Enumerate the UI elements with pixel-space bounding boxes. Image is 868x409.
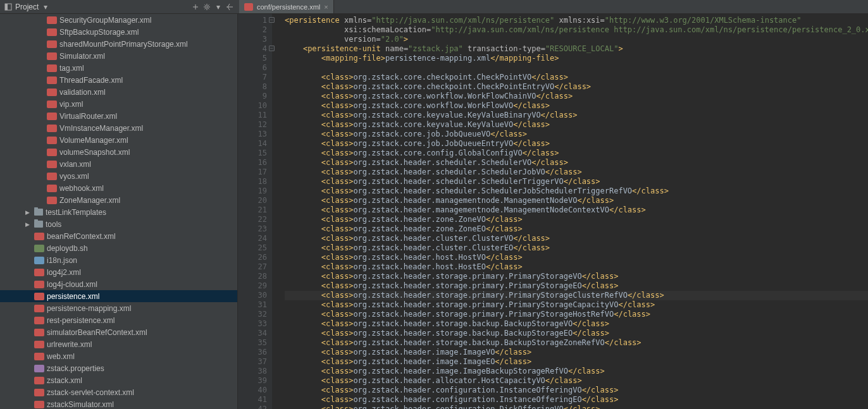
tree-item[interactable]: persistence.xml bbox=[0, 290, 237, 302]
tree-item[interactable]: rest-persistence.xml bbox=[0, 314, 237, 326]
tree-item[interactable]: zstack-servlet-context.xml bbox=[0, 386, 237, 398]
project-tree[interactable]: SecurityGroupManager.xmlSftpBackupStorag… bbox=[0, 14, 238, 409]
tree-item[interactable]: beanRefContext.xml bbox=[0, 230, 237, 242]
tree-item[interactable]: tag.xml bbox=[0, 62, 237, 74]
xml-file-icon bbox=[47, 76, 57, 84]
xml-file-icon bbox=[34, 233, 44, 240]
line-number: 8 bbox=[240, 82, 267, 92]
file-name: simulatorBeanRefContext.xml bbox=[47, 328, 147, 337]
tree-item[interactable]: vyos.xml bbox=[0, 170, 237, 182]
tree-item[interactable]: VmInstanceManager.xml bbox=[0, 122, 237, 134]
code-line: <class>org.zstack.core.keyvalue.KeyValue… bbox=[285, 111, 868, 120]
line-number: 16 bbox=[240, 158, 267, 168]
tree-item[interactable]: log4j2.xml bbox=[0, 266, 237, 278]
file-name: SftpBackupStorage.xml bbox=[59, 28, 139, 37]
tree-item[interactable]: sharedMountPointPrimaryStorage.xml bbox=[0, 38, 237, 50]
tab-label: conf/persistence.xml bbox=[257, 3, 320, 11]
tree-item[interactable]: volumeSnapshot.xml bbox=[0, 146, 237, 158]
collapse-icon[interactable] bbox=[191, 3, 200, 11]
tree-item[interactable]: ▶testLinkTemplates bbox=[0, 206, 237, 218]
file-name: VirtualRouter.xml bbox=[59, 112, 117, 121]
tree-item[interactable]: webhook.xml bbox=[0, 182, 237, 194]
xml-file-icon bbox=[34, 281, 44, 288]
tree-item[interactable]: persistence-mapping.xml bbox=[0, 302, 237, 314]
tree-item[interactable]: zstack.xml bbox=[0, 374, 237, 386]
xml-file-icon bbox=[47, 113, 57, 120]
expand-icon[interactable]: ▶ bbox=[25, 221, 32, 228]
xml-file-icon bbox=[47, 197, 57, 204]
dropdown2-icon[interactable]: ▾ bbox=[214, 3, 223, 11]
xml-file-icon bbox=[47, 64, 57, 72]
project-tool-header: Project ▾ ▾ bbox=[0, 0, 238, 13]
tree-item[interactable]: deploydb.sh bbox=[0, 242, 237, 254]
code-area[interactable]: <persistence xmlns="http://java.sun.com/… bbox=[272, 14, 868, 409]
line-number: 25 bbox=[240, 243, 267, 253]
tree-item[interactable]: web.xml bbox=[0, 350, 237, 362]
line-number: 15 bbox=[240, 149, 267, 158]
xml-file-icon bbox=[47, 101, 57, 108]
code-line: <class>org.zstack.header.configuration.I… bbox=[285, 395, 868, 405]
line-number: 10 bbox=[240, 101, 267, 111]
fold-icon[interactable]: − bbox=[269, 46, 275, 51]
hide-icon[interactable] bbox=[225, 3, 234, 11]
file-name: urlrewrite.xml bbox=[47, 340, 92, 349]
line-number: 17 bbox=[240, 168, 267, 177]
file-name: zstackSimulator.xml bbox=[47, 400, 114, 409]
tree-item[interactable]: VirtualRouter.xml bbox=[0, 110, 237, 122]
code-line: <class>org.zstack.header.host.HostVO</cl… bbox=[285, 253, 868, 262]
tree-item[interactable]: zstack.properties bbox=[0, 362, 237, 374]
fold-icon[interactable]: − bbox=[269, 17, 275, 23]
xml-file-icon bbox=[34, 377, 44, 384]
line-number: 32 bbox=[240, 310, 267, 319]
code-line: <class>org.zstack.header.storage.primary… bbox=[285, 291, 868, 300]
code-line: <class>org.zstack.core.workflow.WorkFlow… bbox=[285, 101, 868, 111]
gear-icon[interactable] bbox=[202, 3, 211, 11]
svg-rect-1 bbox=[5, 4, 8, 10]
file-name: deploydb.sh bbox=[47, 244, 88, 253]
expand-icon[interactable]: ▶ bbox=[25, 209, 32, 216]
tree-item[interactable]: VolumeManager.xml bbox=[0, 134, 237, 146]
line-number: 31 bbox=[240, 300, 267, 310]
tree-item[interactable]: simulatorBeanRefContext.xml bbox=[0, 326, 237, 338]
file-name: persistence-mapping.xml bbox=[47, 304, 131, 313]
tree-item[interactable]: vxlan.xml bbox=[0, 158, 237, 170]
tree-item[interactable]: ThreadFacade.xml bbox=[0, 74, 237, 86]
code-line: <class>org.zstack.header.cluster.Cluster… bbox=[285, 234, 868, 243]
code-editor[interactable]: 1−234−5678910111213141516171819202122232… bbox=[238, 14, 868, 409]
xml-file-icon bbox=[34, 341, 44, 348]
tree-item[interactable]: Simulator.xml bbox=[0, 50, 237, 62]
line-number: 18 bbox=[240, 177, 267, 186]
file-name: SecurityGroupManager.xml bbox=[59, 16, 151, 25]
xml-file-icon bbox=[34, 401, 44, 408]
tree-item[interactable]: SftpBackupStorage.xml bbox=[0, 26, 237, 38]
tab-persistence-xml[interactable]: conf/persistence.xml × bbox=[239, 0, 334, 13]
line-number: 5 bbox=[240, 54, 267, 63]
line-number: 22 bbox=[240, 215, 267, 224]
line-number: 36 bbox=[240, 348, 267, 357]
xml-file-icon bbox=[34, 353, 44, 360]
xml-file-icon bbox=[47, 16, 57, 24]
file-name: sharedMountPointPrimaryStorage.xml bbox=[59, 40, 188, 49]
file-name: ZoneManager.xml bbox=[59, 196, 120, 205]
file-name: beanRefContext.xml bbox=[47, 232, 116, 241]
code-line: xsi:schemaLocation="http://java.sun.com/… bbox=[285, 25, 868, 35]
tree-item[interactable]: ▶tools bbox=[0, 218, 237, 230]
tree-item[interactable]: ZoneManager.xml bbox=[0, 194, 237, 206]
line-number: 41 bbox=[240, 395, 267, 405]
tree-item[interactable]: validation.xml bbox=[0, 86, 237, 98]
code-line: <class>org.zstack.header.configuration.D… bbox=[285, 405, 868, 409]
close-icon[interactable]: × bbox=[324, 3, 328, 11]
line-number: 14 bbox=[240, 139, 267, 149]
code-line: <class>org.zstack.core.job.JobQueueVO</c… bbox=[285, 130, 868, 139]
line-number: 19 bbox=[240, 186, 267, 196]
xml-file-icon bbox=[47, 161, 57, 168]
tree-item[interactable]: i18n.json bbox=[0, 254, 237, 266]
xml-file-icon bbox=[34, 293, 44, 300]
tree-item[interactable]: log4j-cloud.xml bbox=[0, 278, 237, 290]
tree-item[interactable]: zstackSimulator.xml bbox=[0, 398, 237, 409]
line-number: 33 bbox=[240, 319, 267, 329]
tree-item[interactable]: urlrewrite.xml bbox=[0, 338, 237, 350]
tree-item[interactable]: vip.xml bbox=[0, 98, 237, 110]
tree-item[interactable]: SecurityGroupManager.xml bbox=[0, 14, 237, 26]
dropdown-icon[interactable]: ▾ bbox=[41, 3, 50, 11]
